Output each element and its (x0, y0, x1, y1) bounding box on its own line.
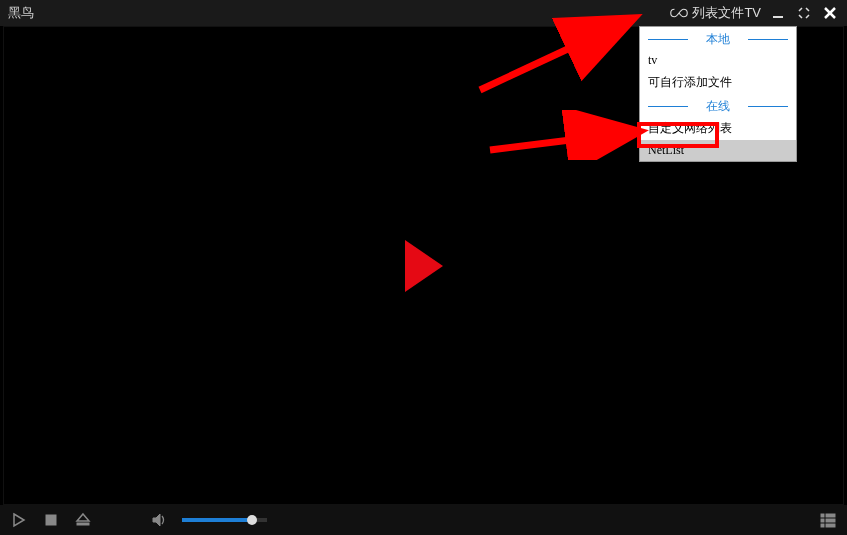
infinity-icon (670, 6, 688, 21)
dropdown-item-netlist[interactable]: NetList (640, 140, 796, 161)
volume-slider[interactable] (182, 518, 267, 522)
eject-button[interactable] (74, 511, 92, 529)
volume-fill (182, 518, 254, 522)
stop-button[interactable] (42, 511, 60, 529)
list-dropdown: 本地 tv 可自行添加文件 在线 自定义网络列表 NetList (639, 26, 797, 162)
dropdown-item-custom-netlist[interactable]: 自定义网络列表 (640, 117, 796, 140)
svg-rect-13 (826, 514, 835, 517)
list-file-button[interactable]: 列表文件TV (670, 4, 761, 22)
minimize-button[interactable] (769, 4, 787, 22)
svg-marker-11 (153, 514, 160, 526)
svg-marker-9 (77, 514, 89, 521)
svg-rect-16 (821, 524, 824, 527)
svg-rect-10 (77, 523, 89, 525)
play-button-center[interactable] (405, 240, 443, 292)
dropdown-section-online: 在线 (640, 94, 796, 117)
play-button[interactable] (10, 511, 28, 529)
app-title: 黑鸟 (8, 4, 34, 22)
svg-rect-12 (821, 514, 824, 517)
volume-icon[interactable] (150, 511, 168, 529)
svg-rect-15 (826, 519, 835, 522)
svg-rect-8 (46, 515, 56, 525)
dropdown-section-local: 本地 (640, 27, 796, 50)
playlist-button[interactable] (819, 511, 837, 529)
svg-marker-7 (14, 514, 24, 526)
close-button[interactable] (821, 4, 839, 22)
dropdown-item-tv[interactable]: tv (640, 50, 796, 71)
svg-rect-14 (821, 519, 824, 522)
svg-rect-17 (826, 524, 835, 527)
list-file-label: 列表文件TV (692, 4, 761, 22)
maximize-button[interactable] (795, 4, 813, 22)
titlebar: 黑鸟 列表文件TV (0, 0, 847, 26)
dropdown-item-add-file[interactable]: 可自行添加文件 (640, 71, 796, 94)
control-bar (0, 505, 847, 535)
volume-thumb[interactable] (247, 515, 257, 525)
